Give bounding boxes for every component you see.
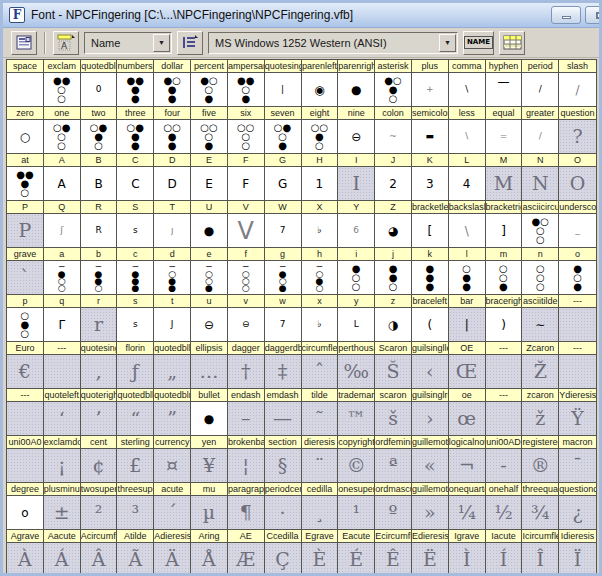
glyph-cell-N[interactable]: NN xyxy=(522,154,559,201)
glyph-cell-P[interactable]: PP xyxy=(7,201,44,248)
glyph-cell-ellipsis[interactable]: ellipsis… xyxy=(191,342,228,389)
glyph-cell-Euro[interactable]: Euro€ xyxy=(7,342,44,389)
glyph-cell-dieresis[interactable]: dieresis¨ xyxy=(302,436,339,483)
glyph-cell-T[interactable]: Tȷ xyxy=(154,201,191,248)
glyph-cell-eight[interactable]: eight○○ ● ○ xyxy=(302,107,339,154)
glyph-cell-bar[interactable]: bar| xyxy=(449,295,486,342)
glyph-cell-question[interactable]: question? xyxy=(559,107,596,154)
glyph-cell-twosuperior[interactable]: twosuperior² xyxy=(81,483,118,530)
glyph-cell-Ydieresis[interactable]: YdieresisŸ xyxy=(559,389,596,436)
glyph-cell-j[interactable]: j● ● ○ xyxy=(375,248,412,295)
glyph-cell-guillemotleft[interactable]: guillemotleft« xyxy=(412,436,449,483)
glyph-cell-parenright[interactable]: parenright● xyxy=(338,60,375,107)
glyph-cell----[interactable]: --- xyxy=(7,389,44,436)
glyph-cell-quotesinglbase[interactable]: quotesinglbase‚ xyxy=(81,342,118,389)
glyph-cell-hyphen[interactable]: hyphen— xyxy=(486,60,523,107)
glyph-cell-acute[interactable]: acute´ xyxy=(154,483,191,530)
glyph-cell-bracketright[interactable]: bracketright] xyxy=(486,201,523,248)
glyph-cell-bullet[interactable]: bullet● xyxy=(191,389,228,436)
glyph-cell-oe[interactable]: oeœ xyxy=(449,389,486,436)
glyph-cell-braceright[interactable]: braceright) xyxy=(486,295,523,342)
glyph-cell-zero[interactable]: zero○ xyxy=(7,107,44,154)
glyph-cell-uni00A0[interactable]: uni00A0 xyxy=(7,436,44,483)
caption-style-button[interactable]: NAME xyxy=(463,31,494,55)
glyph-cell-W[interactable]: W7 xyxy=(265,201,302,248)
glyph-cell-V[interactable]: VV xyxy=(228,201,265,248)
glyph-cell-percent[interactable]: percent●○ ○ ● xyxy=(191,60,228,107)
glyph-cell-K[interactable]: K3 xyxy=(412,154,449,201)
glyph-cell-tilde[interactable]: tilde˜ xyxy=(302,389,339,436)
encoding-select[interactable]: MS Windows 1252 Western (ANSI) ▼ xyxy=(208,32,458,54)
glyph-cell-Ccedilla[interactable]: CcedillaÇ xyxy=(265,530,302,575)
glyph-cell-U[interactable]: U● xyxy=(191,201,228,248)
glyph-cell-underscore[interactable]: underscore_ xyxy=(559,201,596,248)
glyph-cell-C[interactable]: CC xyxy=(117,154,154,201)
glyph-cell-I[interactable]: II xyxy=(338,154,375,201)
glyph-cell-A[interactable]: AA xyxy=(44,154,81,201)
dropdown-arrow-icon[interactable]: ▼ xyxy=(439,34,456,52)
glyph-cell-Aring[interactable]: AringÅ xyxy=(191,530,228,575)
glyph-cell-parenleft[interactable]: parenleft◉ xyxy=(302,60,339,107)
glyph-cell-emdash[interactable]: emdash— xyxy=(265,389,302,436)
glyph-cell-logicalnot[interactable]: logicalnot¬ xyxy=(449,436,486,483)
glyph-cell-sterling[interactable]: sterling£ xyxy=(117,436,154,483)
glyph-cell-six[interactable]: six○○ ○ ○ xyxy=(228,107,265,154)
glyph-cell----[interactable]: --- xyxy=(44,342,81,389)
glyph-cell-s[interactable]: ss xyxy=(117,295,154,342)
glyph-cell-scaron[interactable]: scaronš xyxy=(375,389,412,436)
glyph-cell-threesuperior[interactable]: threesuperior³ xyxy=(117,483,154,530)
glyph-cell-registered[interactable]: registered® xyxy=(522,436,559,483)
glyph-cell-Idieresis[interactable]: IdieresisÏ xyxy=(559,530,596,575)
glyph-cell-d[interactable]: d─ ○ ● ● xyxy=(154,248,191,295)
glyph-cell-plusminus[interactable]: plusminus± xyxy=(44,483,81,530)
glyph-cell-backslash[interactable]: backslash\ xyxy=(449,201,486,248)
glyph-cell-macron[interactable]: macron¯ xyxy=(559,436,596,483)
glyph-cell-AE[interactable]: AEÆ xyxy=(228,530,265,575)
label-mode-select[interactable]: Name ▼ xyxy=(84,32,172,54)
glyph-cell-S[interactable]: Ss xyxy=(117,201,154,248)
glyph-cell-D[interactable]: DD xyxy=(154,154,191,201)
glyph-cell-section[interactable]: section§ xyxy=(265,436,302,483)
glyph-cell-r[interactable]: rr xyxy=(81,295,118,342)
glyph-cell-R[interactable]: RR xyxy=(81,201,118,248)
glyph-cell-B[interactable]: BB xyxy=(81,154,118,201)
glyph-cell-at[interactable]: at●● ● ○ xyxy=(7,154,44,201)
glyph-cell-periodcentered[interactable]: periodcentered· xyxy=(265,483,302,530)
glyph-cell-f[interactable]: f─ ○ ○ ○ xyxy=(228,248,265,295)
glyph-cell-b[interactable]: b─ ● ● ○ xyxy=(81,248,118,295)
glyph-cell-paragraph[interactable]: paragraph¶ xyxy=(228,483,265,530)
glyph-cell-four[interactable]: four○○ ● ● xyxy=(154,107,191,154)
glyph-cell-yen[interactable]: yen¥ xyxy=(191,436,228,483)
glyph-cell-quotedblbase[interactable]: quotedblbase„ xyxy=(154,342,191,389)
glyph-cell----[interactable]: --- xyxy=(559,342,596,389)
glyph-cell-onesuperior[interactable]: onesuperior¹ xyxy=(338,483,375,530)
table-view-button[interactable] xyxy=(499,31,525,55)
glyph-cell-questiondown[interactable]: questiondown¿ xyxy=(559,483,596,530)
glyph-cell-Z[interactable]: Z◕ xyxy=(375,201,412,248)
glyph-cell-Aacute[interactable]: AacuteÁ xyxy=(44,530,81,575)
glyph-cell-quotedblright[interactable]: quotedblright” xyxy=(154,389,191,436)
glyph-cell-period[interactable]: period/ xyxy=(522,60,559,107)
glyph-cell-dagger[interactable]: dagger† xyxy=(228,342,265,389)
glyph-cell-exclamdown[interactable]: exclamdown¡ xyxy=(44,436,81,483)
glyph-cell-guillemotright[interactable]: guillemotright» xyxy=(412,483,449,530)
glyph-cell-z[interactable]: z◑ xyxy=(375,295,412,342)
glyph-cell-p[interactable]: p○ ● ○ xyxy=(7,295,44,342)
glyph-cell-onehalf[interactable]: onehalf½ xyxy=(486,483,523,530)
glyph-cell-degree[interactable]: degreeo xyxy=(7,483,44,530)
glyph-cell-a[interactable]: a─ ● ○ ○ xyxy=(44,248,81,295)
glyph-cell-Iacute[interactable]: IacuteÍ xyxy=(486,530,523,575)
minimize-button[interactable] xyxy=(551,6,581,24)
glyph-cell-G[interactable]: GG xyxy=(265,154,302,201)
glyph-cell----[interactable]: --- xyxy=(486,389,523,436)
font-info-button[interactable] xyxy=(11,31,37,55)
glyph-cell-cent[interactable]: cent¢ xyxy=(81,436,118,483)
glyph-cell-five[interactable]: five○○ ○ ● xyxy=(191,107,228,154)
glyph-cell-Icircumflex[interactable]: IcircumflexÎ xyxy=(522,530,559,575)
glyph-cell-Ecircumflex[interactable]: EcircumflexÊ xyxy=(375,530,412,575)
glyph-cell-Zcaron[interactable]: ZcaronŽ xyxy=(522,342,559,389)
glyph-cell-Agrave[interactable]: AgraveÀ xyxy=(7,530,44,575)
glyph-cell-quotedblleft[interactable]: quotedblleft“ xyxy=(117,389,154,436)
glyph-cell-numbersign[interactable]: numbersign●● ● ● xyxy=(117,60,154,107)
glyph-cell-Acircumflex[interactable]: AcircumflexÂ xyxy=(81,530,118,575)
